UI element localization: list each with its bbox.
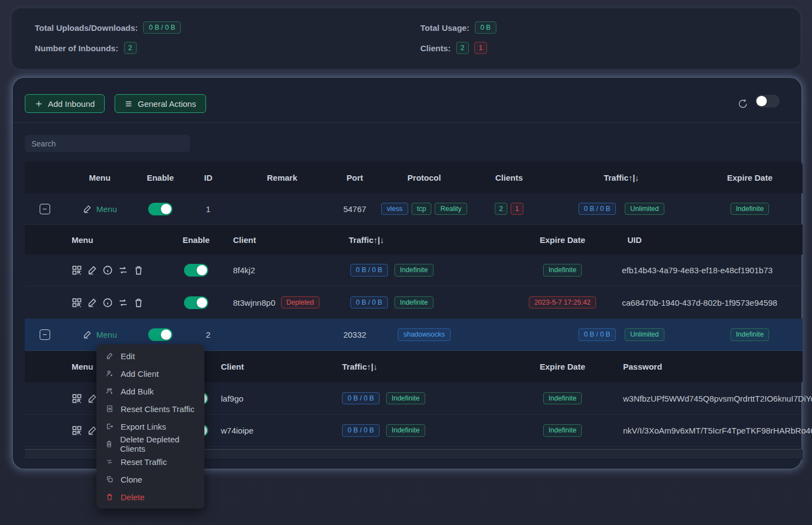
client-traffic-tag: 0 B / 0 B: [350, 296, 388, 309]
total-usage-label: Total Usage:: [420, 23, 469, 33]
client-expire-tag: Indefinite: [543, 424, 582, 437]
inbound-row-1: − Menu 1 54767 vless tcp Reality 2 1: [25, 193, 803, 225]
client-name: laf9go: [215, 394, 342, 403]
edit-client-icon[interactable]: [87, 297, 98, 308]
client-traffic-limit-tag: Indefinite: [394, 296, 434, 309]
menu-item-export-links[interactable]: Export Links: [96, 418, 204, 435]
edit-client-icon[interactable]: [87, 265, 98, 275]
inbound-id: 2: [186, 330, 231, 339]
menu-item-add-bulk[interactable]: Add Bulk: [96, 382, 204, 400]
subcol-expire: Expire Date: [513, 362, 612, 371]
collapse-row-button[interactable]: −: [40, 329, 50, 340]
inbound-port: 20332: [333, 330, 376, 339]
clients-depleted-tag: 1: [511, 203, 523, 215]
total-uploads-downloads-value: 0 B / 0 B: [143, 21, 181, 34]
reset-traffic-icon[interactable]: [118, 297, 128, 308]
col-remark: Remark: [231, 173, 333, 182]
number-of-inbounds-value: 2: [124, 42, 137, 55]
refresh-icon[interactable]: [737, 98, 749, 110]
client-name: w74ioipe: [215, 426, 342, 435]
users-plus-icon: [105, 387, 113, 395]
client-expire-tag: Indefinite: [543, 264, 582, 277]
clients-active-count: 2: [456, 42, 469, 55]
search-input[interactable]: [25, 135, 190, 152]
client-row: 8t3wjnn8p0 Depleted 0 B / 0 B Indefinite…: [25, 286, 803, 319]
protocol-tag: vless: [381, 203, 408, 215]
protocol-tag: shadowsocks: [398, 328, 450, 341]
plus-icon: [35, 100, 43, 108]
general-actions-button[interactable]: General Actions: [115, 94, 206, 113]
info-icon[interactable]: [102, 297, 113, 308]
col-menu: Menu: [64, 173, 135, 182]
expire-tag: Indefinite: [730, 203, 770, 215]
stats-panel: Total Uploads/Downloads: 0 B / 0 B Numbe…: [11, 8, 801, 69]
total-usage-value: 0 B: [475, 21, 496, 34]
menu-item-reset-traffic[interactable]: Reset Traffic: [96, 453, 204, 470]
toolbar: Add Inbound General Actions: [13, 78, 802, 123]
number-of-inbounds-label: Number of Inbounds:: [35, 44, 118, 53]
client-traffic-tag: 0 B / 0 B: [342, 392, 380, 405]
clients-subtable-1-header: Menu Enable Client Traffic↑|↓ Expire Dat…: [25, 225, 803, 255]
delete-client-icon[interactable]: [133, 297, 144, 308]
trash-icon: [105, 493, 113, 501]
qr-code-icon[interactable]: [72, 425, 82, 436]
add-inbound-label: Add Inbound: [48, 99, 95, 109]
subcol-traffic-sort[interactable]: Traffic↑|↓: [342, 362, 513, 371]
collapse-row-button[interactable]: −: [40, 204, 50, 214]
info-icon[interactable]: [102, 265, 113, 275]
client-row: 8f4kj2 0 B / 0 B Indefinite Indefinite e…: [25, 255, 803, 286]
clients-label: Clients:: [420, 44, 451, 53]
dark-mode-toggle[interactable]: [755, 95, 779, 107]
col-clients: Clients: [472, 173, 546, 182]
traffic-limit-tag: Unlimited: [625, 328, 664, 341]
client-traffic-limit-tag: Indefinite: [394, 264, 434, 277]
menu-item-reset-clients-traffic[interactable]: Reset Clients Traffic: [96, 400, 204, 418]
traffic-tag: 0 B / 0 B: [578, 203, 616, 215]
subcol-menu: Menu: [64, 235, 177, 245]
col-port: Port: [333, 173, 376, 182]
enable-toggle[interactable]: [148, 328, 172, 341]
enable-toggle[interactable]: [148, 203, 172, 215]
add-inbound-button[interactable]: Add Inbound: [25, 94, 105, 113]
row-menu-button[interactable]: Menu: [83, 330, 117, 339]
export-icon: [105, 423, 113, 430]
clients-subtable-1: Menu Enable Client Traffic↑|↓ Expire Dat…: [25, 225, 803, 319]
client-password: w3NfbzUPf5WWd745Q8pvsmQrdrttT2IO6knuI7Di…: [612, 394, 803, 403]
menu-item-delete[interactable]: Delete: [96, 488, 204, 506]
menu-item-edit[interactable]: Edit: [96, 347, 204, 365]
qr-code-icon[interactable]: [72, 297, 82, 308]
row-menu-button[interactable]: Menu: [83, 204, 117, 214]
security-tag: Reality: [435, 203, 467, 215]
qr-code-icon[interactable]: [72, 393, 82, 404]
client-traffic-tag: 0 B / 0 B: [342, 424, 380, 437]
menu-item-delete-depleted-clients[interactable]: Delete Depleted Clients: [96, 435, 204, 453]
delete-client-icon[interactable]: [133, 265, 144, 275]
traffic-limit-tag: Unlimited: [625, 203, 664, 215]
clients-depleted-count: 1: [474, 42, 487, 55]
general-actions-label: General Actions: [138, 99, 196, 109]
qr-code-icon[interactable]: [72, 265, 82, 275]
expire-tag: Indefinite: [730, 328, 770, 341]
inbound-context-menu: Edit Add Client Add Bulk Reset Clients T…: [96, 344, 204, 508]
subcol-expire: Expire Date: [513, 235, 612, 245]
subcol-password: Password: [612, 362, 803, 371]
subcol-traffic-sort[interactable]: Traffic↑|↓: [342, 235, 513, 245]
client-expire-tag: Indefinite: [543, 392, 582, 405]
client-enable-toggle[interactable]: [184, 264, 208, 277]
col-id: ID: [186, 173, 231, 182]
user-plus-icon: [105, 370, 113, 377]
reset-traffic-icon[interactable]: [118, 265, 128, 275]
transport-tag: tcp: [412, 203, 432, 215]
clone-icon: [105, 475, 113, 483]
menu-item-add-client[interactable]: Add Client: [96, 365, 204, 382]
menu-item-clone[interactable]: Clone: [96, 470, 204, 488]
clients-active-tag: 2: [495, 203, 507, 215]
edit-icon: [105, 352, 113, 360]
col-protocol: Protocol: [376, 173, 472, 182]
client-enable-toggle[interactable]: [184, 296, 208, 309]
depleted-status-badge: Depleted: [281, 296, 320, 309]
client-name: 8t3wjnn8p0: [233, 298, 275, 307]
edit-pencil-icon: [83, 330, 92, 339]
client-traffic-limit-tag: Indefinite: [386, 392, 425, 405]
col-traffic-sort[interactable]: Traffic↑|↓: [546, 173, 697, 182]
